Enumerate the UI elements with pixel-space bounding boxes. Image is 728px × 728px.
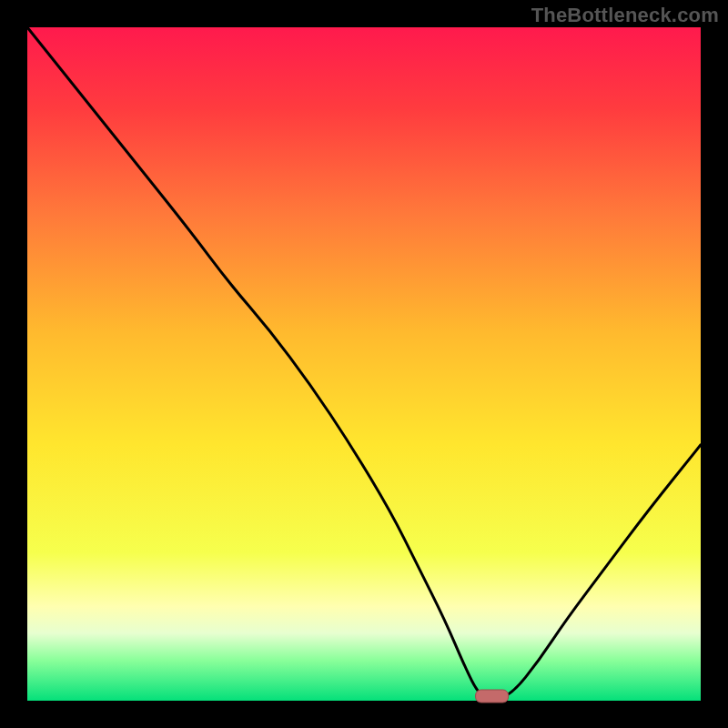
plot-background [27,27,701,701]
bottleneck-chart [0,0,728,728]
optimal-point-marker [476,690,509,703]
watermark-text: TheBottleneck.com [531,4,719,27]
chart-stage: TheBottleneck.com [0,0,728,728]
